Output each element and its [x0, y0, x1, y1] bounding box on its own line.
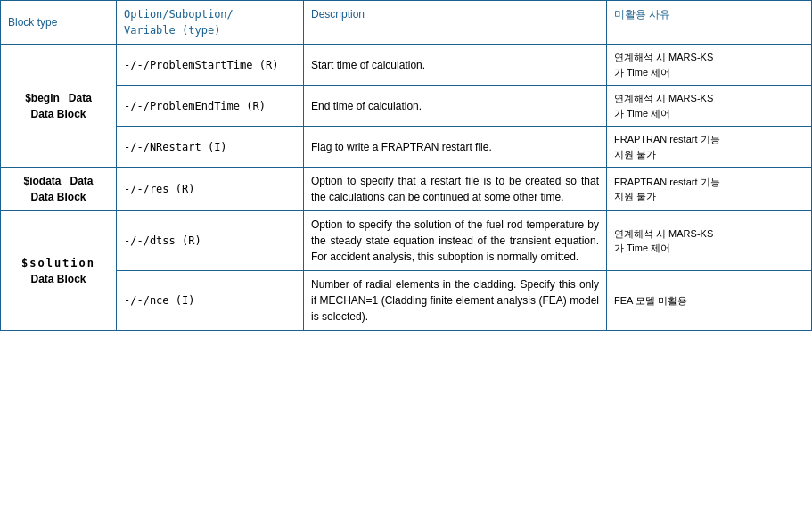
reason-nce: FEA 모델 미활용 — [607, 271, 812, 331]
option-res: -/-/res (R) — [117, 168, 304, 211]
option-problem-start-time: -/-/ProblemStartTime (R) — [117, 45, 304, 86]
table-header-row: Block type Option/Suboption/Variable (ty… — [1, 1, 812, 45]
option-nce: -/-/nce (I) — [117, 271, 304, 331]
main-table: Block type Option/Suboption/Variable (ty… — [0, 0, 812, 331]
desc-dtss: Option to specify the solution of the fu… — [304, 211, 607, 271]
table-row: $solutionData Block -/-/dtss (R) Option … — [1, 211, 812, 271]
desc-problem-start-time: Start time of calculation. — [304, 45, 607, 86]
reason-problem-end-time: 연계해석 시 MARS-KS가 Time 제어 — [607, 86, 812, 127]
reason-dtss: 연계해석 시 MARS-KS가 Time 제어 — [607, 211, 812, 271]
reason-res: FRAPTRAN restart 기능지원 불가 — [607, 168, 812, 211]
table-row: -/-/nce (I) Number of radial elements in… — [1, 271, 812, 331]
block-type-solution: $solutionData Block — [1, 211, 117, 331]
table-row: $iodata DataData Block -/-/res (R) Optio… — [1, 168, 812, 211]
option-problem-end-time: -/-/ProblemEndTime (R) — [117, 86, 304, 127]
reason-problem-start-time: 연계해석 시 MARS-KS가 Time 제어 — [607, 45, 812, 86]
option-nrestart: -/-/NRestart (I) — [117, 127, 304, 168]
table-row: -/-/NRestart (I) Flag to write a FRAPTRA… — [1, 127, 812, 168]
desc-nce: Number of radial elements in the claddin… — [304, 271, 607, 331]
option-dtss: -/-/dtss (R) — [117, 211, 304, 271]
header-reason: 미활용 사유 — [607, 1, 812, 45]
desc-res: Option to specify that a restart file is… — [304, 168, 607, 211]
reason-nrestart: FRAPTRAN restart 기능지원 불가 — [607, 127, 812, 168]
header-block-type: Block type — [1, 1, 117, 45]
desc-nrestart: Flag to write a FRAPTRAN restart file. — [304, 127, 607, 168]
block-type-begin: $begin DataData Block — [1, 45, 117, 168]
block-type-iodata: $iodata DataData Block — [1, 168, 117, 211]
header-option: Option/Suboption/Variable (type) — [117, 1, 304, 45]
header-description: Description — [304, 1, 607, 45]
desc-problem-end-time: End time of calculation. — [304, 86, 607, 127]
table-row: $begin DataData Block -/-/ProblemStartTi… — [1, 45, 812, 86]
table-row: -/-/ProblemEndTime (R) End time of calcu… — [1, 86, 812, 127]
